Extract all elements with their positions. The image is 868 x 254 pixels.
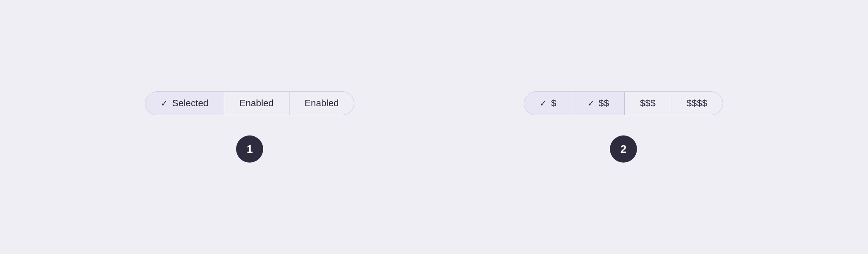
segment-selected-label: Selected (172, 98, 209, 109)
segment-dollar-4[interactable]: $$$$ (671, 92, 723, 115)
segment-dollar-1[interactable]: ✓ $ (524, 92, 572, 115)
segment-dollar-4-label: $$$$ (687, 98, 707, 109)
segmented-control-2: ✓ $ ✓ $$ $$$ $$$$ (524, 91, 723, 115)
check-icon-dollar-1: ✓ (540, 98, 547, 108)
badge-2: 2 (610, 135, 637, 163)
segment-dollar-1-label: $ (551, 98, 556, 109)
segment-dollar-2-label: $$ (599, 98, 609, 109)
segment-enabled-2[interactable]: Enabled (289, 92, 354, 115)
badge-1-label: 1 (247, 143, 253, 156)
group-1: ✓ Selected Enabled Enabled 1 (145, 91, 354, 163)
segment-enabled-2-label: Enabled (305, 98, 339, 109)
segment-dollar-3[interactable]: $$$ (625, 92, 671, 115)
badge-1: 1 (236, 135, 263, 163)
segment-dollar-2[interactable]: ✓ $$ (572, 92, 625, 115)
segment-enabled-1-label: Enabled (239, 98, 274, 109)
check-icon-dollar-2: ✓ (587, 98, 595, 108)
badge-2-label: 2 (620, 143, 626, 156)
segment-dollar-3-label: $$$ (640, 98, 656, 109)
group-2: ✓ $ ✓ $$ $$$ $$$$ 2 (524, 91, 723, 163)
segment-selected[interactable]: ✓ Selected (145, 92, 224, 115)
main-container: ✓ Selected Enabled Enabled 1 ✓ $ ✓ $$ (145, 91, 723, 163)
check-icon-selected: ✓ (161, 98, 168, 108)
segmented-control-1: ✓ Selected Enabled Enabled (145, 91, 354, 115)
segment-enabled-1[interactable]: Enabled (224, 92, 289, 115)
